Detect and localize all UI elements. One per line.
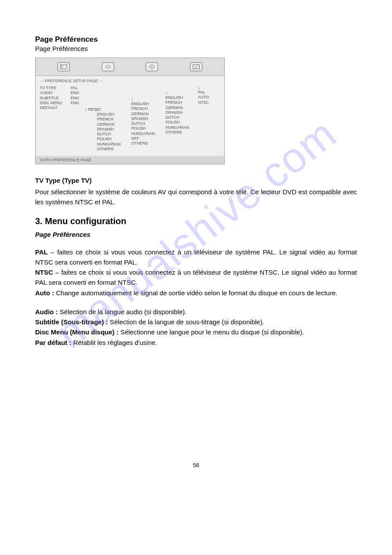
svg-point-2 (151, 66, 153, 67)
menu-lang-col-c: ↓ ENGLISH FRENCH GERMAN SPANISH DUTCH PO… (165, 86, 198, 135)
preference-menu-box: - - PREFERENCE SETUP PAGE - - TV TYPE AU… (35, 58, 225, 164)
def-text: Sélection de la langue audio (si disponi… (60, 308, 187, 316)
def-sep: – (48, 248, 57, 256)
lang-opt: ENGLISH (165, 95, 198, 100)
menu-lang-col-b: ↓ ENGLISH FRENCH GERMAN SPANISH DUTCH PO… (131, 86, 165, 146)
def-label: Audio : (35, 308, 58, 316)
lang-opt: DUTCH (97, 132, 131, 137)
menu-label: TV TYPE (40, 86, 71, 91)
pal-opt: PAL (198, 90, 216, 95)
lang-opt: GERMAN (97, 122, 131, 127)
lang-opt: SPANISH (97, 127, 131, 132)
menu-icon-row (36, 58, 224, 76)
def-label: Subtitle (Sous-titrage) : (35, 318, 108, 326)
def-line: Par défaut : Rétablit les réglages d'usi… (35, 337, 357, 348)
menu-values-col: PAL ENG ENG ENG ↓ RESET (71, 86, 97, 112)
lang-opt: GERMAN (131, 112, 165, 116)
menu-header-text: - - PREFERENCE SETUP PAGE - - (40, 79, 220, 83)
def-text: faites ce choix si vous vous connectez à… (35, 248, 357, 266)
menu-label: DEFAULT (40, 105, 71, 110)
lang-opt: HUNGARIAN (131, 131, 165, 136)
lang-opt: HUNGARIAN (165, 125, 198, 130)
check-screen-icon (190, 62, 202, 71)
section3-sub: Page Préférences (35, 231, 357, 238)
def-line: Subtitle (Sous-titrage) : Sélection de l… (35, 317, 357, 327)
page-subtitle: Page Préférences (35, 45, 357, 52)
arrow-down-icon: ↓ (97, 108, 131, 112)
arrow-down-icon: ↓ (131, 97, 165, 102)
lang-opt: POLISH (97, 137, 131, 141)
def-text: Rétablit les réglages d'usine. (73, 339, 157, 346)
def-line: PAL – faites ce choix si vous vous conne… (35, 247, 357, 268)
lang-opt: POLISH (165, 120, 198, 125)
screen-icon (58, 62, 70, 71)
def-label: PAL (35, 248, 48, 256)
lang-opt: HUNGARIAN (97, 142, 131, 147)
menu-label: DISC MENU (40, 101, 71, 105)
defs-block-1: PAL – faites ce choix si vous vous conne… (35, 247, 357, 298)
section3-heading: 3. Menu configuration (35, 216, 357, 226)
def-label: Par défaut : (35, 339, 72, 346)
lang-opt: FRENCH (131, 106, 165, 111)
page-title: Page Préférences (35, 35, 357, 44)
menu-value: ENG (71, 101, 97, 105)
def-line: Disc Menu (Menu disque) : Sélectionne un… (35, 327, 357, 337)
lang-opt: OTHERS (165, 130, 198, 135)
lang-opt: DUTCH (165, 115, 198, 120)
menu-body: - - PREFERENCE SETUP PAGE - - TV TYPE AU… (36, 76, 224, 156)
lang-opt: GERMAN (165, 105, 198, 110)
menu-value: ENG (71, 96, 97, 101)
menu-pal-col: ↓ PAL AUTO NTSC (198, 86, 216, 105)
pal-opt: AUTO (198, 95, 216, 100)
def-text: faites ce choix si vous vous connectez à… (35, 268, 357, 286)
lang-opt: ENGLISH (97, 112, 131, 117)
lang-opt: OFF (131, 136, 165, 141)
lang-opt: OTHERS (97, 147, 131, 152)
menu-value: ENG (71, 91, 97, 95)
speaker-icon (102, 62, 114, 71)
def-line: Audio : Sélection de la langue audio (si… (35, 307, 357, 317)
svg-rect-0 (61, 65, 67, 69)
tvtype-body: Pour sélectionner le système de couleurs… (35, 187, 357, 207)
arrow-down-icon: ↓ (85, 107, 87, 112)
menu-label: AUDIO (40, 91, 71, 95)
tvtype-heading: TV Type (Type TV) (35, 177, 357, 184)
def-text: Change automatiquement le signal de sort… (56, 289, 338, 297)
pal-opt: NTSC (198, 100, 216, 105)
lang-opt: POLISH (131, 126, 165, 131)
document-page: manualshive.com Page Préférences Page Pr… (0, 0, 392, 486)
lang-opt: FRENCH (97, 117, 131, 122)
lang-opt: SPANISH (165, 110, 198, 115)
lang-opt: FRENCH (165, 100, 198, 105)
lang-opt: ENGLISH (131, 102, 165, 106)
lang-opt: SPANISH (131, 116, 165, 121)
def-line: Auto : Change automatiquement le signal … (35, 288, 357, 298)
def-label: NTSC (35, 268, 53, 276)
menu-footer-text: GOTO PREFERENCE PAGE (36, 156, 224, 164)
lang-opt: DUTCH (131, 121, 165, 126)
disc-icon (146, 62, 158, 71)
menu-value: PAL (71, 86, 97, 91)
lang-opt: OTHERS (131, 141, 165, 146)
def-line: NTSC – faites ce choix si vous vous conn… (35, 267, 357, 288)
def-label: Disc Menu (Menu disque) : (35, 328, 119, 336)
menu-columns: TV TYPE AUDIO SUBTITLE DISC MENU DEFAULT… (40, 86, 220, 152)
menu-lang-col-a: ↓ ENGLISH FRENCH GERMAN SPANISH DUTCH PO… (97, 86, 131, 152)
def-text: Sélectionne une langue pour le menu du d… (120, 328, 304, 336)
def-label: Auto : (35, 289, 54, 297)
menu-labels-col: TV TYPE AUDIO SUBTITLE DISC MENU DEFAULT (40, 86, 71, 110)
defs-block-2: Audio : Sélection de la langue audio (si… (35, 307, 357, 348)
svg-rect-3 (193, 65, 199, 69)
menu-label: SUBTITLE (40, 96, 71, 101)
arrow-down-icon: ↓ (198, 86, 200, 90)
arrow-down-icon: ↓ (165, 91, 198, 95)
def-sep: – (53, 268, 61, 276)
def-text: Sélection de la langue de sous-titrage (… (110, 318, 264, 326)
page-number: 56 (35, 462, 357, 468)
